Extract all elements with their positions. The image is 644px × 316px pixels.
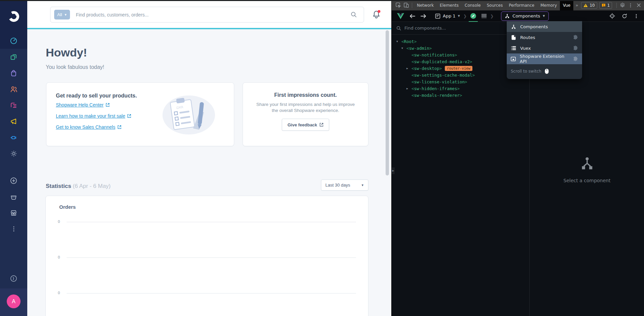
app-selector[interactable]: App 1 ▼ [435,13,460,19]
history-back-icon[interactable] [409,14,415,18]
app-selector-label: App 1 [443,13,456,18]
search-icon [351,11,357,19]
kebab-menu-icon[interactable] [634,14,639,18]
caret-icon[interactable]: ▼ [401,47,406,50]
shopware-logo-icon [8,11,20,22]
sidebar-item-storefront[interactable] [0,205,27,221]
device-toolbar-icon[interactable] [402,1,410,9]
menu-item-components[interactable]: Components [507,21,582,32]
notifications-bell[interactable] [372,9,381,21]
menu-item-shopware-extension-api[interactable]: Shopware Extension API [507,53,582,64]
tree-node-sw-hidden-iframes[interactable]: ▶ sw-hidden-iframes [392,85,529,92]
tab-console[interactable]: Console [462,0,484,10]
bell-icon [372,9,381,19]
history-forward-icon[interactable] [421,14,426,18]
notification-dot [378,10,381,13]
link-first-sale[interactable]: Learn how to make your first sale [56,113,131,119]
vue-devtools-toolbar: App 1 ▼ ❯ ❯ Components ▼ [392,10,644,22]
issues-badge[interactable]: 1 [599,2,612,9]
admin-header: All ▼ Find products, customers, orders..… [27,1,391,29]
chart-gridline: 0 [46,255,368,260]
scrollbar-thumb[interactable] [386,30,389,175]
link-sales-channels[interactable]: Get to know Sales Channels [56,124,121,130]
more-tabs-chevron[interactable]: » [573,3,580,8]
orders-icon [10,69,17,77]
dashboard-icon [10,37,17,45]
sidebar-item-extensions[interactable] [0,129,27,146]
sidebar-item-more[interactable] [0,221,27,237]
statistics-heading: Statistics (6 Apr - 6 May) [46,183,111,190]
tab-network[interactable]: Network [414,0,437,10]
tab-memory[interactable]: Memory [537,0,560,10]
sidebar-item-catalogues[interactable] [0,49,27,65]
page-subtitle: You look fabulous today! [46,64,104,70]
shopware-logo[interactable] [0,0,27,33]
kebab-menu-icon[interactable] [627,1,635,9]
basket-icon [10,193,17,201]
menu-item-routes[interactable]: Routes [507,32,582,43]
pane-collapse-handle[interactable]: ▶ [392,167,395,174]
chevron-down-icon: ▼ [64,13,67,16]
sidebar-item-orders[interactable] [0,65,27,81]
card-feedback-title: First impressions count. [243,92,368,98]
avatar[interactable]: A [7,294,21,308]
inspector-tab[interactable] [470,10,476,22]
catalogues-icon [10,53,17,61]
inspector-picker-button[interactable]: Components ▼ [501,11,548,21]
timeline-icon[interactable] [481,13,487,18]
marketing-icon [10,117,18,125]
plugin-puzzle-icon [573,56,578,62]
extension-api-icon [511,57,516,61]
tab-sources[interactable]: Sources [484,0,506,10]
inspect-element-icon[interactable] [394,1,402,9]
caret-icon[interactable]: ▼ [396,40,401,43]
settings-gear-icon[interactable] [618,1,627,9]
external-link-icon [127,114,131,118]
admin-main: All ▼ Find products, customers, orders..… [27,1,391,316]
tree-node-sw-modals-renderer[interactable]: sw-modals-renderer [392,92,529,98]
refresh-icon[interactable] [622,13,627,19]
chevron-down-icon: ▼ [361,184,364,187]
external-link-icon [320,123,324,127]
dashboard-content: Howdy! You look fabulous today! Get read… [27,29,391,316]
sidebar-item-customers[interactable] [0,81,27,97]
customers-icon [10,85,18,93]
empty-state-text: Select a component [530,178,644,183]
sidebar-nav-secondary [0,172,27,237]
divider [412,3,412,8]
global-search[interactable]: All ▼ Find products, customers, orders..… [50,7,364,23]
vue-toolbar-right [609,13,639,19]
tab-elements[interactable]: Elements [437,0,462,10]
date-range-select[interactable]: Last 30 days ▼ [321,180,368,191]
sidebar-item-basket[interactable] [0,189,27,205]
components-node-icon [511,24,516,29]
shopware-admin-app: A All ▼ Find products, customers, orders… [0,0,391,316]
tab-vue[interactable]: Vue [560,0,573,10]
close-icon[interactable] [635,1,643,9]
content-icon [10,102,17,109]
sidebar-item-content[interactable] [0,97,27,113]
sidebar-item-dashboard[interactable] [0,33,27,49]
sidebar-item-settings[interactable] [0,146,27,162]
sidebar-item-marketing[interactable] [0,113,27,129]
scroll-to-switch-hint: Scroll to switch [507,64,582,79]
link-help-center[interactable]: Shopware Help Center [56,102,110,108]
caret-icon[interactable]: ▶ [406,87,412,90]
select-component-target-icon[interactable] [609,13,615,19]
storefront-icon [10,209,17,217]
warning-icon [583,3,588,7]
card-feedback-body: Share your first impressions and help us… [255,102,356,114]
give-feedback-button[interactable]: Give feedback [282,119,329,131]
kebab-menu-icon [10,225,17,233]
warnings-badge[interactable]: 10 [581,2,597,9]
tab-performance[interactable]: Performance [506,0,537,10]
search-scope-select[interactable]: All ▼ [54,10,70,19]
tree-node-sw-license-violation[interactable]: sw-license-violation [392,78,529,85]
sidebar-item-add[interactable] [0,172,27,189]
help-icon [10,275,17,282]
search-input[interactable]: Find products, customers, orders... [76,12,148,17]
sidebar-item-help[interactable] [0,270,27,286]
external-link-icon [106,103,110,107]
caret-icon[interactable]: ▶ [406,67,412,70]
menu-item-vuex[interactable]: Vuex [507,43,582,53]
